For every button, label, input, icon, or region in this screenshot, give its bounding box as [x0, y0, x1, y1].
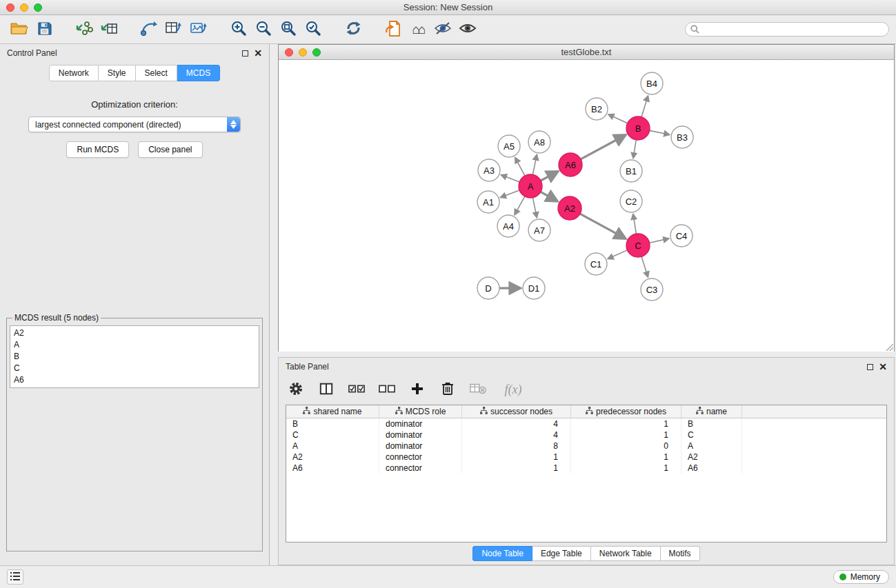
select-all-button[interactable]: [346, 379, 367, 400]
table-cell[interactable]: 1: [571, 429, 681, 440]
edge-A-A8[interactable]: [532, 155, 537, 175]
graph-node-D[interactable]: D: [477, 277, 499, 299]
edge-B-B2[interactable]: [608, 114, 627, 123]
apply-layout-button[interactable]: [341, 18, 366, 41]
table-cell[interactable]: 8: [462, 440, 571, 452]
edge-B-B1[interactable]: [633, 140, 636, 158]
table-cell[interactable]: dominator: [379, 429, 462, 440]
graph-node-A2[interactable]: A2: [558, 196, 581, 220]
edge-B-B3[interactable]: [650, 130, 670, 134]
export-image-button[interactable]: [186, 18, 211, 41]
table-cell[interactable]: A2: [681, 452, 742, 463]
table-row[interactable]: Bdominator41B: [286, 418, 886, 429]
column-header-predecessor-nodes[interactable]: predecessor nodes: [571, 405, 681, 418]
table-cell[interactable]: 4: [462, 418, 571, 429]
table-row[interactable]: A2connector11A2: [286, 452, 886, 463]
minimize-network-button[interactable]: [299, 48, 307, 57]
zoom-window-button[interactable]: [34, 3, 42, 12]
graph-node-B4[interactable]: B4: [641, 72, 663, 94]
table-cell[interactable]: dominator: [379, 440, 462, 452]
column-header-name[interactable]: name: [681, 405, 742, 418]
table-cell[interactable]: 0: [571, 440, 681, 452]
import-network-button[interactable]: [72, 18, 97, 41]
edge-A-A6[interactable]: [541, 172, 557, 181]
table-cell[interactable]: B: [681, 418, 742, 429]
function-builder-button[interactable]: f(x): [498, 379, 528, 400]
graph-node-B[interactable]: B: [626, 116, 650, 140]
graph-node-A7[interactable]: A7: [528, 219, 550, 241]
graph-node-A[interactable]: A: [519, 174, 542, 198]
run-mcds-button[interactable]: Run MCDS: [66, 141, 129, 158]
zoom-out-button[interactable]: [251, 18, 276, 41]
graph-node-C1[interactable]: C1: [585, 253, 607, 275]
table-cell[interactable]: connector: [379, 463, 462, 474]
table-cell[interactable]: connector: [379, 452, 462, 463]
tab-mcds[interactable]: MCDS: [177, 65, 220, 81]
zoom-fit-button[interactable]: [276, 18, 301, 41]
edge-A-A3[interactable]: [501, 175, 519, 182]
edge-A-A1[interactable]: [501, 190, 519, 197]
close-window-button[interactable]: [6, 3, 14, 12]
resize-grip-icon[interactable]: [885, 343, 893, 351]
new-table-button[interactable]: [161, 18, 186, 41]
edge-C-C4[interactable]: [650, 239, 669, 243]
welcome-screen-button[interactable]: ⌂⌂: [406, 18, 430, 41]
edge-A-A2[interactable]: [541, 192, 557, 201]
close-panel-icon[interactable]: ✕: [254, 50, 262, 57]
table-cell[interactable]: 1: [571, 418, 681, 429]
table-cell[interactable]: A6: [286, 463, 379, 474]
graph-node-C[interactable]: C: [626, 234, 650, 257]
table-cell[interactable]: C: [681, 429, 742, 440]
graph-node-A6[interactable]: A6: [559, 153, 582, 176]
show-graphics-details-button[interactable]: [455, 18, 480, 41]
table-cell[interactable]: A: [286, 440, 379, 452]
graph-node-C3[interactable]: C3: [641, 278, 663, 301]
tab-network-table[interactable]: Network Table: [591, 546, 661, 561]
edge-A-A7[interactable]: [532, 198, 537, 218]
float-panel-icon[interactable]: [242, 50, 248, 57]
tab-motifs[interactable]: Motifs: [661, 546, 700, 561]
tab-style[interactable]: Style: [99, 65, 136, 81]
table-cell[interactable]: 1: [571, 463, 681, 474]
hide-graphics-details-button[interactable]: [430, 18, 455, 41]
edge-C-C1[interactable]: [608, 250, 627, 258]
table-row[interactable]: Adominator80A: [286, 440, 886, 452]
graph-node-B1[interactable]: B1: [620, 160, 642, 182]
close-table-panel-icon[interactable]: ✕: [879, 363, 887, 370]
table-cell[interactable]: A6: [681, 463, 742, 474]
column-header-shared-name[interactable]: shared name: [286, 405, 379, 418]
network-canvas[interactable]: B4B2BB3A5A8A6B1A3AC2A1A2A4A7C4CC1C3DD1: [279, 60, 894, 352]
table-cell[interactable]: 1: [462, 463, 571, 474]
graph-node-A1[interactable]: A1: [477, 191, 499, 213]
table-settings-button[interactable]: [286, 379, 306, 400]
graph-node-A5[interactable]: A5: [498, 135, 520, 157]
edge-B-B4[interactable]: [641, 96, 648, 117]
table-row[interactable]: Cdominator41C: [286, 429, 886, 440]
graph-node-A3[interactable]: A3: [478, 159, 500, 181]
edge-A6-B[interactable]: [581, 135, 626, 159]
table-cell[interactable]: 1: [462, 452, 571, 463]
column-header-successor-nodes[interactable]: successor nodes: [462, 405, 571, 418]
graph-node-C2[interactable]: C2: [620, 190, 642, 212]
table-cell[interactable]: A: [681, 440, 742, 452]
zoom-selected-button[interactable]: [301, 18, 326, 41]
result-item[interactable]: B: [10, 351, 259, 363]
tab-network[interactable]: Network: [49, 65, 99, 81]
graph-node-B2[interactable]: B2: [586, 98, 608, 120]
show-column-button[interactable]: [316, 379, 337, 400]
tab-node-table[interactable]: Node Table: [472, 546, 532, 561]
graph-node-B3[interactable]: B3: [671, 126, 693, 148]
edge-C-C2[interactable]: [633, 214, 636, 234]
table-cell[interactable]: 4: [462, 429, 571, 440]
tab-edge-table[interactable]: Edge Table: [532, 546, 591, 561]
edge-C-C3[interactable]: [641, 256, 648, 277]
result-item[interactable]: A2: [10, 327, 259, 339]
close-panel-button[interactable]: Close panel: [138, 141, 202, 158]
close-network-button[interactable]: [285, 48, 293, 57]
delete-table-button[interactable]: [468, 379, 488, 400]
open-session-button[interactable]: [7, 18, 32, 41]
graph-node-C4[interactable]: C4: [670, 225, 693, 247]
result-item[interactable]: A6: [10, 374, 259, 386]
create-column-button[interactable]: [407, 379, 428, 400]
graph-node-D1[interactable]: D1: [523, 277, 545, 299]
